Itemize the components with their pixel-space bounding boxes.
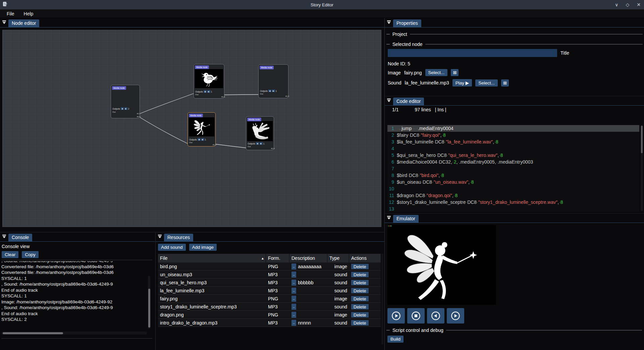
node-graph-canvas[interactable]: Media node Outputs ◀ ▶ 2 Out #1 #2 Media… xyxy=(2,30,381,227)
console-log[interactable]: , Sound: /home/anthony/ostproj/ba869e4b-… xyxy=(1,261,147,329)
table-row[interactable]: la_fee_luminelle.mp3 MP3 .. sound Delete xyxy=(158,287,381,295)
column-header-type[interactable]: Type xyxy=(327,254,349,262)
copy-button[interactable]: Copy xyxy=(22,251,39,258)
image-select-button[interactable]: Select... xyxy=(425,69,448,76)
code-line[interactable]: 1→jump····.mediaEntry0004 xyxy=(387,125,639,132)
increment-outputs-button[interactable]: ▶ xyxy=(201,138,204,141)
tab-code-editor[interactable]: Code editor xyxy=(393,98,424,105)
code-line[interactable]: 7 xyxy=(387,165,639,172)
code-line[interactable]: 12$story1_drako_luminelle_sceptre·DC8·"s… xyxy=(387,199,639,206)
tab-emulator[interactable]: Emulator xyxy=(393,215,419,223)
edit-description-button[interactable]: .. xyxy=(291,280,296,286)
media-node-dragon[interactable]: Media node Outputs ◀ ▶ 1 Out #1 xyxy=(246,116,274,150)
minimize-button[interactable]: ∨ xyxy=(615,2,618,7)
output-pin-1[interactable]: #1 xyxy=(137,113,141,115)
delete-button[interactable]: Delete xyxy=(351,288,369,293)
increment-outputs-button[interactable]: ▶ xyxy=(260,142,263,145)
media-node-bird[interactable]: Media node Outputs ◀ ▶ 1 Out #1 xyxy=(194,64,224,99)
code-line[interactable]: 2$fairy·DC8·"fairy.qoi",·8 xyxy=(387,132,639,138)
output-pin-1[interactable]: #1 xyxy=(213,144,216,146)
table-row[interactable]: story1_drako_luminelle_sceptre.mp3 MP3 .… xyxy=(158,303,381,311)
tab-console[interactable]: Console xyxy=(8,234,32,241)
collapse-panel-icon[interactable] xyxy=(387,215,391,221)
code-line[interactable]: 11$dragon·DC8·"dragon.qoi",·8 xyxy=(387,192,639,199)
edit-description-button[interactable]: .. xyxy=(291,296,296,302)
tab-resources[interactable]: Resources xyxy=(164,234,193,241)
code-line[interactable]: 8$bird·DC8·"bird.qoi",·8 xyxy=(387,172,639,179)
delete-button[interactable]: Delete xyxy=(351,320,369,326)
code-line[interactable]: 10 xyxy=(387,185,639,192)
table-row[interactable]: qui_sera_le_hero.mp3 MP3 .. bbbbbb sound… xyxy=(158,279,381,287)
build-button[interactable]: Build xyxy=(387,336,404,343)
table-row[interactable]: un_oiseau.mp3 MP3 .. sound Delete xyxy=(158,271,381,279)
increment-outputs-button[interactable]: ▶ xyxy=(272,90,275,92)
decrement-outputs-button[interactable]: ◀ xyxy=(198,138,201,141)
decrement-outputs-button[interactable]: ◀ xyxy=(121,107,124,110)
column-header-description[interactable]: Description xyxy=(289,254,327,262)
output-pin-2[interactable]: #2 xyxy=(137,116,141,118)
media-node-start[interactable]: Media node Outputs ◀ ▶ 2 Out #1 #2 xyxy=(111,85,140,118)
increment-outputs-button[interactable]: ▶ xyxy=(207,90,210,93)
edit-description-button[interactable]: .. xyxy=(291,264,296,270)
image-clear-button[interactable]: ⊠ xyxy=(451,69,459,76)
decrement-outputs-button[interactable]: ◀ xyxy=(268,90,271,92)
sound-clear-button[interactable]: ⊠ xyxy=(501,79,509,86)
edit-description-button[interactable]: .. xyxy=(291,272,296,278)
table-row[interactable]: intro_drako_le_dragon.mp3 MP3 .. nnnnn s… xyxy=(158,319,381,327)
clear-button[interactable]: Clear xyxy=(2,251,18,258)
step-back-button[interactable] xyxy=(427,308,444,324)
edit-description-button[interactable]: .. xyxy=(291,304,296,310)
menu-help[interactable]: Help xyxy=(20,10,38,17)
collapse-panel-icon[interactable] xyxy=(158,234,162,240)
console-horizontal-scrollbar[interactable] xyxy=(1,332,147,335)
tab-node-editor[interactable]: Node editor xyxy=(8,19,39,27)
code-text-area[interactable]: 1→jump····.mediaEntry00042$fairy·DC8·"fa… xyxy=(387,125,639,212)
menu-file[interactable]: File xyxy=(3,10,18,17)
add-sound-button[interactable]: Add sound xyxy=(158,244,186,251)
close-button[interactable]: ✕ xyxy=(637,2,641,7)
code-line[interactable]: 9$un_oiseau·DC8·"un_oiseau.wav",·8 xyxy=(387,179,639,185)
delete-button[interactable]: Delete xyxy=(351,272,369,277)
edit-description-button[interactable]: .. xyxy=(291,312,296,318)
stop-button[interactable] xyxy=(407,308,425,324)
delete-button[interactable]: Delete xyxy=(351,312,369,317)
code-scrollbar[interactable] xyxy=(641,125,643,211)
edit-description-button[interactable]: .. xyxy=(291,320,296,326)
delete-button[interactable]: Delete xyxy=(351,296,369,301)
output-pin-1[interactable]: #1 xyxy=(285,95,289,97)
resources-scrollbar-track[interactable] xyxy=(381,254,383,344)
output-pin-1[interactable]: #1 xyxy=(221,96,225,98)
table-row[interactable]: fairy.png PNG .. image Delete xyxy=(158,295,381,303)
column-header-file[interactable]: File ▲ xyxy=(158,254,266,262)
delete-button[interactable]: Delete xyxy=(351,264,369,269)
media-node-fairy-selected[interactable]: Media node Outputs ◀ ▶ 1 Out #1 xyxy=(187,112,216,147)
step-forward-button[interactable] xyxy=(447,308,464,324)
delete-button[interactable]: Delete xyxy=(351,280,369,285)
column-header-format[interactable]: Form. xyxy=(266,254,289,262)
media-node-empty[interactable]: Media node Outputs ◀ ▶ 1 Out #1 xyxy=(258,64,288,98)
table-row[interactable]: dragon.png PNG .. image Delete xyxy=(158,311,381,319)
console-vertical-scrollbar[interactable] xyxy=(148,276,150,329)
code-line[interactable]: 6$mediaChoice0004·DC32,·2,·.mediaEntry00… xyxy=(387,159,639,165)
collapse-panel-icon[interactable] xyxy=(2,234,6,240)
sound-select-button[interactable]: Select... xyxy=(475,79,498,86)
title-input[interactable] xyxy=(388,49,557,57)
increment-outputs-button[interactable]: ▶ xyxy=(124,107,127,110)
play-button[interactable] xyxy=(387,308,405,324)
maximize-button[interactable]: ◇ xyxy=(626,2,629,7)
tab-properties[interactable]: Properties xyxy=(393,19,421,27)
decrement-outputs-button[interactable]: ◀ xyxy=(204,90,207,93)
collapse-panel-icon[interactable] xyxy=(2,20,6,26)
code-line[interactable]: 3$la_fee_luminelle·DC8·"la_fee_luminelle… xyxy=(387,138,639,145)
code-line[interactable]: 4 xyxy=(387,145,639,152)
code-line[interactable]: 13 xyxy=(387,206,639,212)
code-line[interactable]: 5$qui_sera_le_hero·DC8·"qui_sera_le_hero… xyxy=(387,152,639,159)
column-header-actions[interactable]: Actions xyxy=(349,254,372,262)
table-row[interactable]: bird.png PNG .. aaaaaaaaa image Delete xyxy=(158,262,381,271)
collapse-panel-icon[interactable] xyxy=(387,20,391,26)
decrement-outputs-button[interactable]: ◀ xyxy=(256,142,259,145)
add-image-button[interactable]: Add image xyxy=(189,244,217,251)
output-pin-1[interactable]: #1 xyxy=(271,148,275,150)
delete-button[interactable]: Delete xyxy=(351,304,369,309)
collapse-panel-icon[interactable] xyxy=(387,98,391,104)
